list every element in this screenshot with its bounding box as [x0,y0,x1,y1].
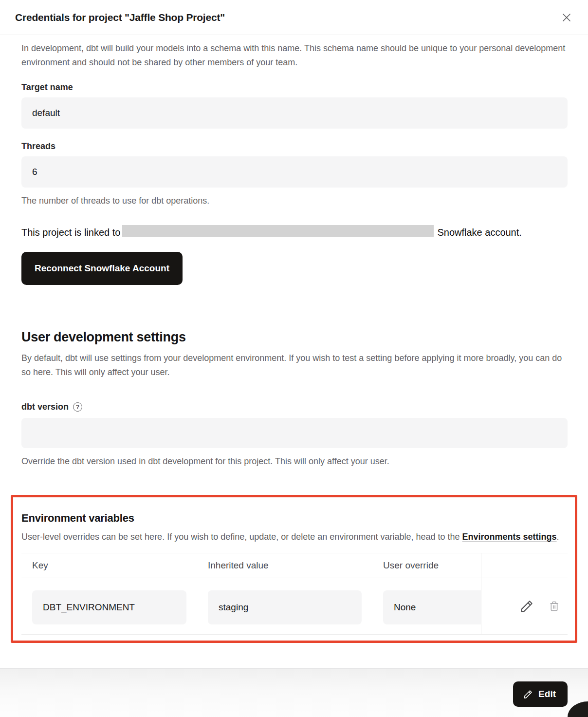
env-desc-after-link: . [557,532,559,542]
delete-row-button[interactable] [548,600,561,613]
target-name-input[interactable] [21,97,568,129]
corner-dark-shape [568,701,588,717]
user-dev-settings-description: By default, dbt will use settings from y… [21,351,568,379]
close-button[interactable] [559,10,574,25]
user-dev-settings-heading: User development settings [21,330,568,345]
pencil-icon [519,599,534,614]
env-var-user-override-value: None [383,590,481,624]
modal-header: Credentials for project "Jaffle Shop Pro… [0,0,588,35]
table-header-row: Key Inherited value User override [21,553,568,578]
threads-helper-text: The number of threads to use for dbt ope… [21,194,568,207]
edit-button-label: Edit [538,689,556,699]
dbt-version-helper-text: Override the dbt version used in dbt dev… [21,455,568,468]
environments-settings-link[interactable]: Environments settings [462,532,557,542]
edit-row-button[interactable] [519,599,534,614]
schema-description: In development, dbt will build your mode… [21,35,568,70]
environment-variables-table: Key Inherited value User override DBT_EN… [21,553,568,635]
env-desc-before-link: User-level overrides can be set here. If… [21,532,460,542]
env-var-key-value: DBT_ENVIRONMENT [32,590,186,624]
redacted-account-name [122,225,434,237]
environment-variables-description: User-level overrides can be set here. If… [21,529,568,544]
dbt-version-label: dbt version [21,402,69,412]
pencil-icon [523,689,533,699]
table-row: DBT_ENVIRONMENT staging None [21,578,568,635]
environment-variables-heading: Environment variables [21,512,568,525]
threads-input[interactable] [21,156,568,188]
dbt-version-input[interactable] [21,418,568,448]
modal-title: Credentials for project "Jaffle Shop Pro… [15,12,225,23]
column-header-key: Key [21,560,197,571]
close-icon [561,12,572,23]
environment-variables-highlight-box: Environment variables User-level overrid… [11,495,577,643]
linked-account-text-before: This project is linked to [21,227,120,238]
target-name-label: Target name [21,82,568,93]
env-var-inherited-value: staging [208,590,362,624]
column-header-inherited-value: Inherited value [197,560,372,571]
linked-account-text-after: Snowflake account. [437,227,521,238]
reconnect-snowflake-button[interactable]: Reconnect Snowflake Account [21,252,183,285]
modal-footer: Edit [0,668,588,717]
modal-body: In development, dbt will build your mode… [0,35,588,468]
column-header-user-override: User override [372,560,481,571]
linked-account-text: This project is linked toSnowflake accou… [21,224,528,241]
threads-label: Threads [21,141,568,151]
column-header-actions [481,553,568,578]
trash-icon [548,600,561,613]
help-icon[interactable]: ? [73,402,82,412]
edit-button[interactable]: Edit [513,681,568,707]
